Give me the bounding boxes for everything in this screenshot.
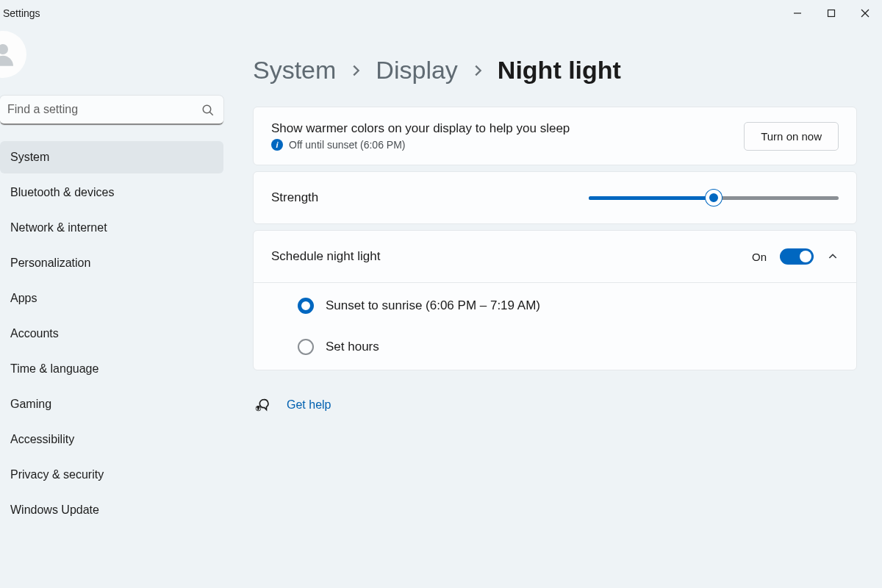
search-input[interactable] — [0, 96, 223, 125]
sidebar-item-label: Windows Update — [10, 503, 99, 517]
nav: System Bluetooth & devices Network & int… — [0, 141, 228, 529]
sidebar-item-label: Privacy & security — [10, 468, 104, 481]
radio-icon — [298, 298, 314, 314]
schedule-options: Sunset to sunrise (6:06 PM – 7:19 AM) Se… — [254, 282, 856, 370]
chevron-right-icon — [470, 62, 486, 79]
breadcrumb: System Display Night light — [253, 56, 857, 85]
radio-icon — [298, 339, 314, 355]
person-icon — [0, 39, 18, 70]
schedule-toggle[interactable] — [780, 248, 814, 265]
app-title: Settings — [3, 7, 40, 19]
sidebar-item-label: Accounts — [10, 327, 59, 340]
title-bar: Settings — [0, 0, 882, 26]
sidebar-item-accessibility[interactable]: Accessibility — [0, 423, 223, 456]
minimize-button[interactable] — [781, 0, 814, 26]
sidebar-item-label: Accessibility — [10, 433, 74, 446]
page-title: Night light — [498, 56, 621, 85]
window-controls — [781, 0, 882, 26]
help-section: ? Get help — [253, 397, 857, 413]
get-help-link[interactable]: Get help — [287, 398, 331, 412]
breadcrumb-display[interactable]: Display — [376, 56, 457, 85]
sidebar-item-label: System — [10, 151, 49, 164]
sidebar-item-bluetooth-devices[interactable]: Bluetooth & devices — [0, 176, 223, 209]
sidebar-item-network-internet[interactable]: Network & internet — [0, 212, 223, 244]
main-content: System Display Night light Show warmer c… — [228, 26, 882, 588]
turn-on-now-button[interactable]: Turn on now — [744, 122, 839, 151]
schedule-label: Schedule night light — [271, 249, 380, 264]
sidebar-item-label: Gaming — [10, 398, 51, 411]
schedule-option-label: Set hours — [326, 340, 379, 354]
schedule-option-sunset[interactable]: Sunset to sunrise (6:06 PM – 7:19 AM) — [298, 298, 839, 314]
sidebar-item-label: Time & language — [10, 362, 98, 376]
strength-card: Strength — [253, 171, 857, 224]
schedule-state-label: On — [752, 251, 767, 263]
sidebar-item-system[interactable]: System — [0, 141, 223, 173]
svg-text:?: ? — [257, 406, 259, 410]
sidebar-item-label: Bluetooth & devices — [10, 186, 114, 199]
sidebar-item-privacy-security[interactable]: Privacy & security — [0, 459, 223, 491]
intro-status: Off until sunset (6:06 PM) — [289, 139, 405, 151]
schedule-option-label: Sunset to sunrise (6:06 PM – 7:19 AM) — [326, 298, 540, 313]
sidebar-item-apps[interactable]: Apps — [0, 282, 223, 315]
help-icon: ? — [254, 397, 270, 413]
sidebar-item-time-language[interactable]: Time & language — [0, 353, 223, 385]
schedule-header-row[interactable]: Schedule night light On — [254, 231, 856, 282]
schedule-option-set-hours[interactable]: Set hours — [298, 339, 839, 355]
info-icon: i — [271, 139, 283, 151]
chevron-right-icon — [348, 62, 364, 79]
svg-point-4 — [0, 44, 8, 54]
svg-point-5 — [203, 105, 211, 113]
sidebar-item-personalization[interactable]: Personalization — [0, 247, 223, 279]
intro-card: Show warmer colors on your display to he… — [253, 107, 857, 165]
sidebar-item-gaming[interactable]: Gaming — [0, 388, 223, 420]
sidebar-item-windows-update[interactable]: Windows Update — [0, 494, 223, 526]
strength-label: Strength — [271, 190, 318, 205]
chevron-up-icon — [827, 251, 839, 262]
sidebar-item-label: Personalization — [10, 257, 90, 270]
strength-slider[interactable] — [589, 190, 839, 205]
svg-rect-1 — [828, 10, 835, 17]
intro-title: Show warmer colors on your display to he… — [271, 121, 570, 136]
sidebar-item-label: Apps — [10, 292, 37, 305]
svg-line-6 — [209, 112, 213, 115]
avatar[interactable] — [0, 31, 26, 78]
search-wrap — [0, 96, 223, 125]
search-icon — [201, 104, 215, 117]
schedule-card: Schedule night light On Sunset to sunris… — [253, 230, 857, 370]
sidebar-item-label: Network & internet — [10, 221, 107, 234]
breadcrumb-system[interactable]: System — [253, 56, 336, 85]
profile-section — [0, 31, 228, 96]
sidebar: System Bluetooth & devices Network & int… — [0, 26, 228, 588]
maximize-button[interactable] — [814, 0, 848, 26]
sidebar-item-accounts[interactable]: Accounts — [0, 318, 223, 350]
close-button[interactable] — [848, 0, 882, 26]
